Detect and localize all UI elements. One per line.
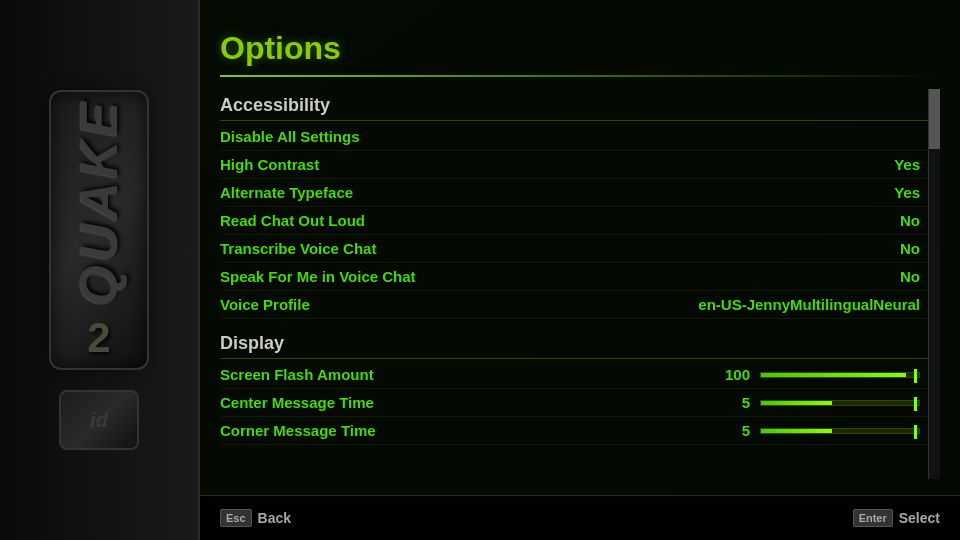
screen-flash-slider-container: 100 [720, 366, 920, 383]
select-label: Select [899, 510, 940, 526]
transcribe-voice-value: No [900, 240, 920, 257]
corner-message-label: Corner Message Time [220, 422, 376, 439]
center-message-thumb [914, 397, 917, 411]
back-key-badge: Esc [220, 509, 252, 527]
option-corner-message[interactable]: Corner Message Time 5 [220, 417, 940, 445]
speak-for-me-value: No [900, 268, 920, 285]
option-alternate-typeface[interactable]: Alternate Typeface Yes [220, 179, 940, 207]
option-transcribe-voice[interactable]: Transcribe Voice Chat No [220, 235, 940, 263]
option-speak-for-me[interactable]: Speak For Me in Voice Chat No [220, 263, 940, 291]
scrollbar-thumb[interactable] [929, 89, 940, 149]
id-logo-text: id [90, 409, 108, 432]
screen-flash-fill [761, 373, 906, 377]
corner-message-thumb [914, 425, 917, 439]
corner-message-value: 5 [720, 422, 750, 439]
option-read-chat[interactable]: Read Chat Out Loud No [220, 207, 940, 235]
screen-flash-value: 100 [720, 366, 750, 383]
transcribe-voice-label: Transcribe Voice Chat [220, 240, 376, 257]
back-button[interactable]: Esc Back [220, 509, 291, 527]
center-message-track[interactable] [760, 400, 920, 406]
corner-message-fill [761, 429, 832, 433]
high-contrast-label: High Contrast [220, 156, 319, 173]
logo-number: 2 [87, 314, 110, 362]
corner-message-slider-container: 5 [720, 422, 920, 439]
corner-message-track[interactable] [760, 428, 920, 434]
option-center-message[interactable]: Center Message Time 5 [220, 389, 940, 417]
back-label: Back [258, 510, 291, 526]
section-display: Display [220, 327, 940, 359]
section-accessibility: Accessibility [220, 89, 940, 121]
voice-profile-value: en-US-JennyMultilingualNeural [698, 296, 920, 313]
id-software-logo: id [59, 390, 139, 450]
option-voice-profile[interactable]: Voice Profile en-US-JennyMultilingualNeu… [220, 291, 940, 319]
select-button[interactable]: Enter Select [853, 509, 940, 527]
main-content: Options Accessibility Disable All Settin… [200, 0, 960, 540]
options-area[interactable]: Accessibility Disable All Settings High … [220, 89, 940, 479]
center-message-label: Center Message Time [220, 394, 374, 411]
screen-flash-thumb [914, 369, 917, 383]
option-disable-all[interactable]: Disable All Settings [220, 123, 940, 151]
voice-profile-label: Voice Profile [220, 296, 310, 313]
center-message-slider-container: 5 [720, 394, 920, 411]
screen-flash-label: Screen Flash Amount [220, 366, 374, 383]
quake-logo: QUAKE 2 [49, 90, 149, 370]
high-contrast-value: Yes [894, 156, 920, 173]
logo-text: QUAKE [69, 98, 129, 306]
title-underline [220, 75, 940, 77]
sidebar: QUAKE 2 id [0, 0, 200, 540]
option-high-contrast[interactable]: High Contrast Yes [220, 151, 940, 179]
bottom-bar: Esc Back Enter Select [200, 495, 960, 540]
screen-flash-track[interactable] [760, 372, 920, 378]
read-chat-value: No [900, 212, 920, 229]
select-key-badge: Enter [853, 509, 893, 527]
center-message-fill [761, 401, 832, 405]
scrollbar[interactable] [928, 89, 940, 479]
disable-all-label: Disable All Settings [220, 128, 359, 145]
read-chat-label: Read Chat Out Loud [220, 212, 365, 229]
page-title: Options [220, 30, 940, 67]
option-screen-flash[interactable]: Screen Flash Amount 100 [220, 361, 940, 389]
speak-for-me-label: Speak For Me in Voice Chat [220, 268, 416, 285]
center-message-value: 5 [720, 394, 750, 411]
alternate-typeface-value: Yes [894, 184, 920, 201]
alternate-typeface-label: Alternate Typeface [220, 184, 353, 201]
